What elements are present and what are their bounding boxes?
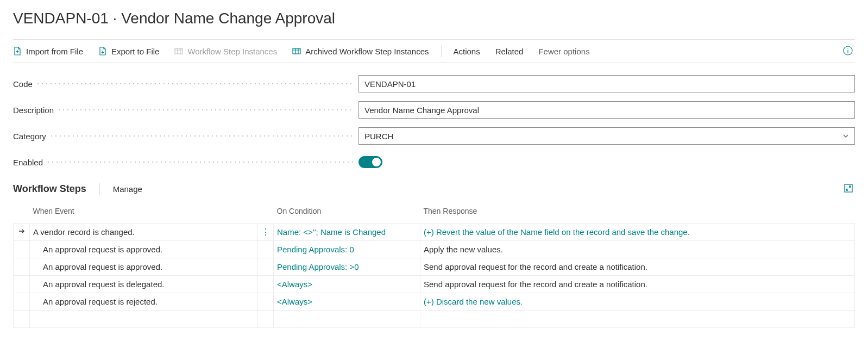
toggle-knob — [372, 158, 381, 166]
divider — [99, 183, 100, 195]
actions-menu-label: Actions — [454, 47, 480, 56]
description-input[interactable] — [358, 101, 855, 119]
info-icon[interactable] — [841, 46, 855, 57]
step-instances-label: Workflow Step Instances — [187, 47, 277, 56]
enabled-label: Enabled — [13, 158, 358, 167]
response-cell[interactable]: (+) Revert the value of the Name field o… — [420, 224, 855, 241]
event-cell[interactable]: An approval request is delegated. — [30, 276, 258, 293]
header-then-response: Then Response — [420, 202, 855, 224]
code-label: Code — [13, 79, 358, 89]
file-import-icon — [13, 47, 22, 55]
row-more-icon[interactable]: ⋮ — [261, 227, 270, 237]
file-export-icon — [98, 47, 107, 55]
condition-cell[interactable]: Name: <>''; Name is Changed — [274, 224, 420, 241]
archived-label: Archived Workflow Step Instances — [305, 47, 429, 56]
category-select[interactable]: PURCH — [358, 127, 855, 145]
archived-workflow-step-instances-button[interactable]: Archived Workflow Step Instances — [285, 47, 436, 56]
response-cell[interactable]: Send approval request for the record and… — [420, 258, 855, 276]
table-row[interactable]: An approval request is rejected.<Always>… — [14, 293, 855, 311]
table-row[interactable]: A vendor record is changed.⋮Name: <>''; … — [14, 224, 855, 241]
description-label: Description — [13, 106, 358, 115]
import-from-file-button[interactable]: Import from File — [13, 47, 91, 56]
export-to-file-button[interactable]: Export to File — [91, 47, 167, 56]
condition-cell[interactable]: <Always> — [274, 276, 420, 293]
table-row[interactable]: An approval request is delegated.<Always… — [14, 276, 855, 293]
event-cell[interactable]: An approval request is approved. — [30, 241, 258, 258]
svg-rect-3 — [845, 184, 852, 192]
workflow-step-instances-button: Workflow Step Instances — [167, 47, 285, 56]
actions-menu-button[interactable]: Actions — [446, 47, 488, 56]
chevron-down-icon — [842, 132, 849, 141]
row-indicator-icon — [18, 227, 26, 237]
related-menu-button[interactable]: Related — [488, 47, 531, 56]
enabled-toggle[interactable] — [358, 156, 382, 168]
divider — [441, 45, 442, 57]
export-label: Export to File — [111, 47, 159, 56]
response-cell[interactable]: Send approval request for the record and… — [420, 276, 855, 293]
condition-cell[interactable]: Pending Approvals: >0 — [274, 258, 420, 276]
fewer-options-button[interactable]: Fewer options — [531, 47, 597, 56]
workflow-steps-title: Workflow Steps — [13, 183, 99, 195]
svg-rect-0 — [175, 48, 183, 54]
code-input[interactable] — [358, 75, 855, 92]
table-row-empty[interactable] — [14, 311, 855, 328]
page-title: VENDAPN-01 · Vendor Name Change Approval — [13, 10, 855, 27]
header-when-event: When Event — [30, 202, 258, 224]
manage-button[interactable]: Manage — [113, 184, 142, 194]
table-archived-icon — [292, 47, 301, 55]
event-cell[interactable]: An approval request is rejected. — [30, 293, 258, 311]
table-icon — [174, 47, 183, 55]
event-cell[interactable]: An approval request is approved. — [30, 258, 258, 276]
workflow-steps-header: Workflow Steps Manage — [13, 183, 855, 195]
table-row[interactable]: An approval request is approved.Pending … — [14, 241, 855, 258]
condition-cell[interactable]: Pending Approvals: 0 — [274, 241, 420, 258]
event-cell[interactable]: A vendor record is changed. — [30, 224, 258, 241]
response-cell[interactable]: (+) Discard the new values. — [420, 293, 855, 311]
fewer-options-label: Fewer options — [538, 47, 589, 56]
form-section: Code Description Category PURCH Enabled — [13, 73, 855, 173]
header-on-condition: On Condition — [274, 202, 420, 224]
import-label: Import from File — [26, 47, 83, 56]
table-row[interactable]: An approval request is approved.Pending … — [14, 258, 855, 276]
workflow-steps-table: When Event On Condition Then Response A … — [13, 202, 855, 328]
response-cell[interactable]: Apply the new values. — [420, 241, 855, 258]
category-value: PURCH — [364, 132, 393, 141]
expand-icon[interactable] — [842, 184, 855, 194]
condition-cell[interactable]: <Always> — [274, 293, 420, 311]
action-bar: Import from File Export to File Workflow… — [13, 39, 855, 63]
svg-rect-1 — [293, 48, 300, 54]
related-label: Related — [495, 47, 524, 56]
category-label: Category — [13, 132, 358, 141]
